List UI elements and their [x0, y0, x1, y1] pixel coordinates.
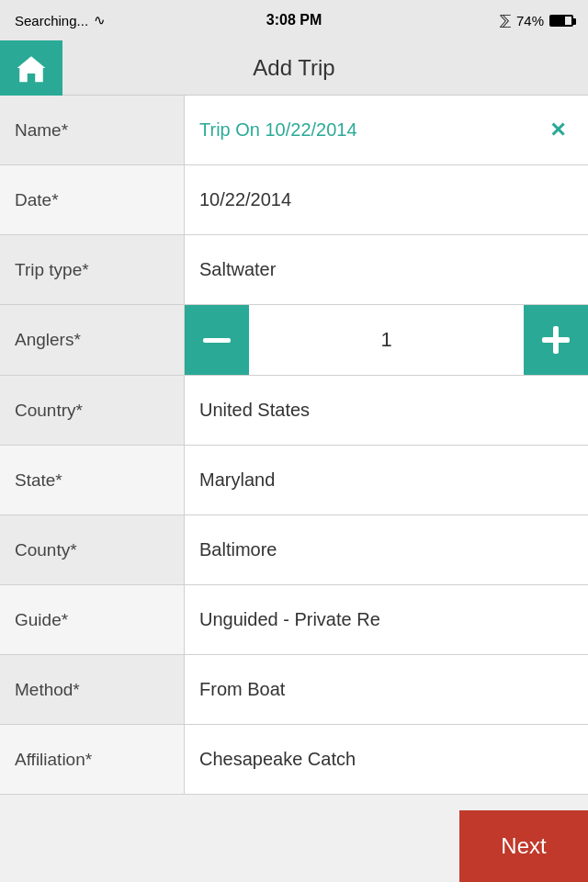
wifi-icon: ∿ — [94, 12, 106, 28]
status-bar: Searching... ∿ 3:08 PM ⅀ 74% — [0, 0, 588, 40]
county-value: Baltimore — [199, 539, 277, 560]
clock: 3:08 PM — [266, 12, 322, 28]
anglers-label: Anglers* — [0, 305, 184, 375]
anglers-count: 1 — [249, 305, 524, 375]
state-value: Maryland — [199, 469, 275, 491]
date-field[interactable]: 10/22/2014 — [184, 165, 588, 234]
plus-icon — [542, 326, 570, 354]
name-field[interactable]: Trip On 10/22/2014 ✕ — [184, 96, 588, 164]
guide-label: Guide* — [0, 585, 184, 654]
country-value: United States — [199, 400, 310, 421]
nav-bar: Add Trip — [0, 40, 588, 96]
guide-field[interactable]: Unguided - Private Re — [184, 585, 588, 654]
state-row: State* Maryland — [0, 446, 588, 515]
method-value: From Boat — [199, 679, 285, 700]
date-value: 10/22/2014 — [199, 189, 291, 210]
trip-type-row: Trip type* Saltwater — [0, 235, 588, 305]
svg-rect-0 — [203, 338, 231, 343]
battery-percent: 74% — [516, 13, 544, 28]
affiliation-value: Chesapeake Catch — [199, 749, 356, 770]
anglers-row: Anglers* 1 — [0, 305, 588, 376]
guide-value: Unguided - Private Re — [199, 609, 380, 630]
county-label: County* — [0, 515, 184, 584]
name-value: Trip On 10/22/2014 — [199, 119, 357, 141]
method-label: Method* — [0, 655, 184, 724]
searching-text: Searching... — [15, 13, 88, 28]
next-label: Next — [501, 833, 546, 859]
increment-anglers-button[interactable] — [524, 305, 588, 375]
date-row: Date* 10/22/2014 — [0, 165, 588, 235]
bottom-bar: Next — [0, 810, 588, 882]
battery-icon — [549, 15, 573, 27]
page-title: Add Trip — [253, 55, 334, 81]
add-trip-form: Name* Trip On 10/22/2014 ✕ Date* 10/22/2… — [0, 96, 588, 795]
home-button[interactable] — [0, 40, 62, 96]
bluetooth-icon: ⅀ — [500, 12, 511, 28]
date-label: Date* — [0, 165, 184, 234]
state-field[interactable]: Maryland — [184, 446, 588, 514]
anglers-controls: 1 — [184, 305, 588, 375]
name-row: Name* Trip On 10/22/2014 ✕ — [0, 96, 588, 165]
minus-icon — [203, 326, 231, 354]
method-row: Method* From Boat — [0, 655, 588, 725]
name-label: Name* — [0, 96, 184, 164]
home-icon — [16, 52, 47, 84]
county-row: County* Baltimore — [0, 515, 588, 585]
country-row: Country* United States — [0, 376, 588, 446]
country-field[interactable]: United States — [184, 376, 588, 445]
trip-type-field[interactable]: Saltwater — [184, 235, 588, 304]
decrement-anglers-button[interactable] — [185, 305, 249, 375]
name-clear-button[interactable]: ✕ — [542, 115, 573, 146]
guide-row: Guide* Unguided - Private Re — [0, 585, 588, 655]
affiliation-row: Affiliation* Chesapeake Catch — [0, 725, 588, 795]
affiliation-field[interactable]: Chesapeake Catch — [184, 725, 588, 794]
affiliation-label: Affiliation* — [0, 725, 184, 794]
country-label: Country* — [0, 376, 184, 445]
trip-type-value: Saltwater — [199, 259, 276, 280]
svg-rect-2 — [553, 326, 559, 354]
next-button[interactable]: Next — [459, 810, 588, 882]
method-field[interactable]: From Boat — [184, 655, 588, 724]
trip-type-label: Trip type* — [0, 235, 184, 304]
state-label: State* — [0, 446, 184, 514]
county-field[interactable]: Baltimore — [184, 515, 588, 584]
